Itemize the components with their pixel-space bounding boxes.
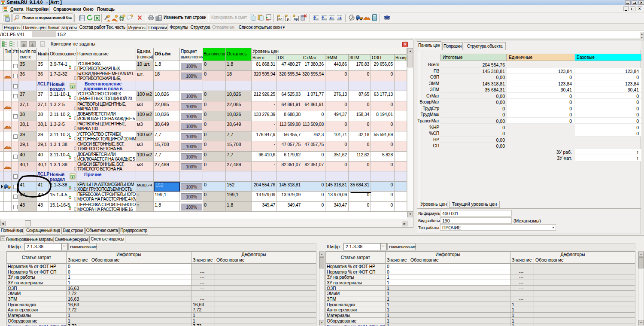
svg-text:пр: пр (294, 17, 298, 21)
svg-text:р: р (287, 17, 289, 21)
svg-text:пс: пс (278, 17, 283, 21)
